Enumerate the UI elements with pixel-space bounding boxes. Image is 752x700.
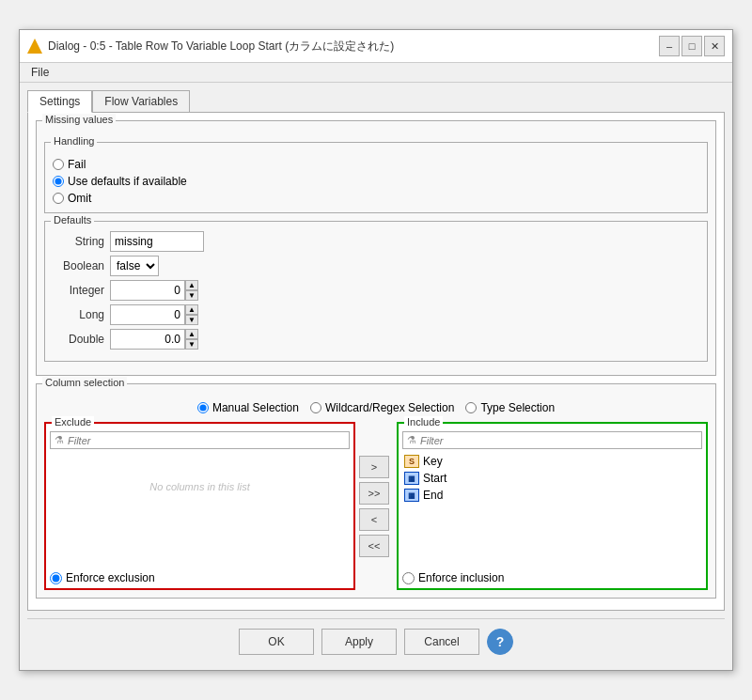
double-up-button[interactable]: ▲ bbox=[185, 329, 198, 339]
tab-content: Missing values Handling Fail Use default… bbox=[27, 112, 725, 611]
radio-omit[interactable]: Omit bbox=[53, 192, 699, 205]
double-field-row: Double ▲ ▼ bbox=[53, 329, 699, 350]
menu-bar: File bbox=[20, 63, 732, 83]
radio-fail-input[interactable] bbox=[53, 159, 64, 170]
triangle-warning-icon bbox=[27, 39, 42, 54]
double-input[interactable] bbox=[110, 329, 185, 350]
middle-arrow-buttons: > >> < << bbox=[359, 422, 393, 590]
radio-manual-input[interactable] bbox=[197, 402, 209, 413]
ok-button[interactable]: OK bbox=[239, 629, 314, 655]
include-column-list: S Key ▦ Start ▦ End bbox=[402, 453, 702, 566]
title-controls: – □ ✕ bbox=[659, 36, 725, 56]
defaults-section: Defaults String Boolean false true bbox=[44, 221, 708, 362]
move-right-button[interactable]: > bbox=[359, 456, 389, 478]
integer-spinner-buttons: ▲ ▼ bbox=[185, 280, 198, 301]
missing-values-title: Missing values bbox=[42, 114, 116, 125]
integer-label: Integer bbox=[53, 284, 104, 297]
boolean-label: Boolean bbox=[53, 259, 104, 272]
handling-radio-group: Fail Use defaults if available Omit bbox=[53, 152, 699, 205]
content-area: Settings Flow Variables Missing values H… bbox=[20, 83, 732, 670]
string-label: String bbox=[53, 235, 104, 248]
radio-wildcard[interactable]: Wildcard/Regex Selection bbox=[310, 401, 454, 414]
long-spinner-buttons: ▲ ▼ bbox=[185, 304, 198, 325]
file-menu[interactable]: File bbox=[27, 64, 53, 81]
boolean-field-row: Boolean false true bbox=[53, 256, 699, 276]
radio-type[interactable]: Type Selection bbox=[465, 401, 555, 414]
include-panel-title: Include bbox=[404, 416, 443, 428]
window-title: Dialog - 0:5 - Table Row To Variable Loo… bbox=[48, 39, 394, 54]
selection-mode-row: Manual Selection Wildcard/Regex Selectio… bbox=[44, 396, 708, 422]
include-filter-row: ⚗ bbox=[402, 431, 702, 449]
radio-manual[interactable]: Manual Selection bbox=[197, 401, 299, 414]
include-enforce-row: Enforce inclusion bbox=[402, 571, 702, 584]
exclude-enforce-row: Enforce exclusion bbox=[50, 571, 350, 584]
list-item[interactable]: ▦ End bbox=[402, 487, 702, 504]
exclude-panel: Exclude ⚗ No columns in this list Enforc… bbox=[44, 422, 355, 590]
enforce-inclusion-label: Enforce inclusion bbox=[418, 571, 504, 584]
double-spinner: ▲ ▼ bbox=[110, 329, 198, 350]
string-field-row: String bbox=[53, 231, 699, 252]
integer-field-row: Integer ▲ ▼ bbox=[53, 280, 699, 301]
exclude-filter-icon: ⚗ bbox=[55, 434, 64, 446]
radio-fail[interactable]: Fail bbox=[53, 158, 699, 171]
include-filter-input[interactable] bbox=[420, 435, 697, 446]
enforce-inclusion-radio[interactable] bbox=[402, 572, 415, 584]
cancel-button[interactable]: Cancel bbox=[404, 629, 479, 655]
tab-flow-variables[interactable]: Flow Variables bbox=[92, 90, 190, 112]
minimize-button[interactable]: – bbox=[659, 36, 680, 56]
radio-type-input[interactable] bbox=[465, 402, 477, 413]
long-down-button[interactable]: ▼ bbox=[185, 315, 198, 325]
move-all-right-button[interactable]: >> bbox=[359, 482, 389, 505]
include-filter-icon: ⚗ bbox=[407, 434, 416, 446]
help-button[interactable]: ? bbox=[487, 629, 513, 655]
radio-wildcard-input[interactable] bbox=[310, 402, 321, 413]
move-all-left-button[interactable]: << bbox=[359, 535, 389, 557]
long-field-row: Long ▲ ▼ bbox=[53, 304, 699, 325]
double-label: Double bbox=[53, 333, 104, 346]
exclude-filter-input[interactable] bbox=[68, 435, 345, 446]
columns-area: Exclude ⚗ No columns in this list Enforc… bbox=[44, 422, 708, 590]
radio-omit-input[interactable] bbox=[53, 193, 64, 204]
column-selection-title: Column selection bbox=[42, 377, 127, 388]
integer-input[interactable] bbox=[110, 280, 185, 301]
exclude-column-list: No columns in this list bbox=[50, 453, 350, 566]
long-spinner: ▲ ▼ bbox=[110, 304, 198, 325]
string-input[interactable] bbox=[110, 231, 204, 252]
move-left-button[interactable]: < bbox=[359, 508, 389, 531]
bottom-buttons: OK Apply Cancel ? bbox=[27, 618, 725, 662]
long-label: Long bbox=[53, 308, 104, 321]
enforce-exclusion-label: Enforce exclusion bbox=[66, 571, 155, 584]
key-type-icon: S bbox=[404, 455, 419, 468]
title-bar-left: Dialog - 0:5 - Table Row To Variable Loo… bbox=[27, 39, 394, 54]
key-column-label: Key bbox=[423, 455, 443, 468]
double-spinner-buttons: ▲ ▼ bbox=[185, 329, 198, 350]
tabs: Settings Flow Variables bbox=[27, 90, 725, 112]
list-item[interactable]: S Key bbox=[402, 453, 702, 470]
column-selection-section: Column selection Manual Selection Wildca… bbox=[36, 383, 716, 599]
radio-use-defaults[interactable]: Use defaults if available bbox=[53, 175, 699, 188]
list-item[interactable]: ▦ Start bbox=[402, 470, 702, 487]
long-input[interactable] bbox=[110, 304, 185, 325]
include-panel: Include ⚗ S Key ▦ Start bbox=[397, 422, 708, 590]
end-type-icon: ▦ bbox=[404, 489, 419, 502]
radio-use-defaults-input[interactable] bbox=[53, 176, 64, 187]
integer-up-button[interactable]: ▲ bbox=[185, 280, 198, 290]
integer-down-button[interactable]: ▼ bbox=[185, 290, 198, 301]
boolean-select[interactable]: false true bbox=[110, 256, 159, 276]
enforce-exclusion-radio[interactable] bbox=[50, 572, 62, 584]
handling-title: Handling bbox=[51, 135, 97, 147]
apply-button[interactable]: Apply bbox=[321, 629, 397, 655]
start-column-label: Start bbox=[423, 472, 446, 485]
title-bar: Dialog - 0:5 - Table Row To Variable Loo… bbox=[20, 30, 732, 63]
long-up-button[interactable]: ▲ bbox=[185, 304, 198, 315]
exclude-empty-message: No columns in this list bbox=[50, 481, 350, 492]
tab-settings[interactable]: Settings bbox=[27, 90, 92, 113]
double-down-button[interactable]: ▼ bbox=[185, 339, 198, 350]
missing-values-section: Missing values Handling Fail Use default… bbox=[36, 120, 716, 376]
close-button[interactable]: ✕ bbox=[704, 36, 725, 56]
integer-spinner: ▲ ▼ bbox=[110, 280, 198, 301]
start-type-icon: ▦ bbox=[404, 472, 419, 485]
maximize-button[interactable]: □ bbox=[682, 36, 702, 56]
defaults-title: Defaults bbox=[51, 214, 94, 226]
dialog-window: Dialog - 0:5 - Table Row To Variable Loo… bbox=[19, 29, 733, 671]
